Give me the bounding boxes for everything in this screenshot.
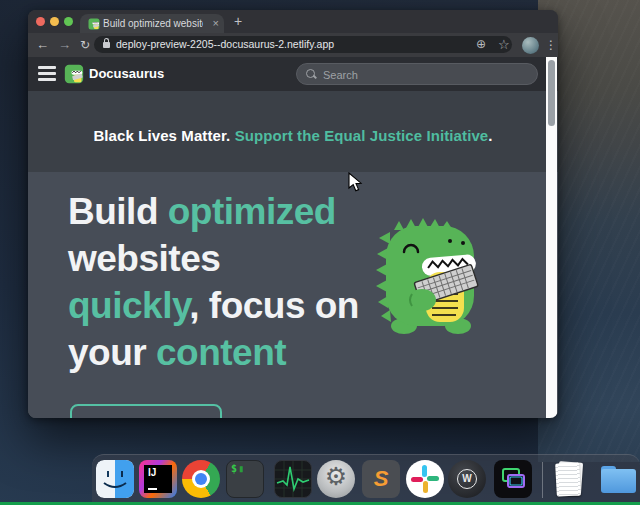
dock-sublime-text-icon[interactable]: S: [362, 460, 400, 498]
browser-window: Build optimized websites quick × + ← → ↻…: [28, 10, 558, 418]
search-box[interactable]: [296, 63, 538, 85]
search-icon: [306, 69, 315, 78]
address-bar[interactable]: deploy-preview-2205--docusaurus-2.netlif…: [94, 36, 512, 53]
reload-icon[interactable]: ↻: [80, 33, 90, 57]
browser-tab[interactable]: Build optimized websites quick ×: [80, 14, 224, 33]
back-icon[interactable]: ←: [36, 33, 49, 57]
close-window-button[interactable]: [36, 17, 45, 26]
site-title[interactable]: Docusaurus: [89, 57, 164, 91]
tab-close-icon[interactable]: ×: [213, 17, 219, 30]
bookmark-star-icon[interactable]: ☆: [498, 36, 510, 53]
search-input[interactable]: [321, 64, 525, 86]
docusaurus-logo[interactable]: [64, 64, 84, 84]
page-scrollbar[interactable]: [546, 57, 557, 418]
new-tab-button[interactable]: +: [234, 13, 242, 29]
profile-avatar[interactable]: [522, 37, 539, 54]
url-text[interactable]: deploy-preview-2205--docusaurus-2.netlif…: [116, 36, 334, 53]
zoom-window-button[interactable]: [64, 17, 73, 26]
dock-workplace-icon[interactable]: W: [448, 460, 486, 498]
dock-system-preferences-icon[interactable]: ⚙: [317, 460, 355, 498]
hamburger-menu-icon[interactable]: [38, 66, 56, 82]
site-navbar: Docusaurus: [28, 57, 558, 91]
announcement-banner: Black Lives Matter. Support the Equal Ju…: [28, 91, 558, 172]
docusaurus-mascot-illustration: [366, 214, 496, 344]
dock-downloads-folder-icon[interactable]: [599, 460, 637, 498]
dock-chrome-icon[interactable]: [182, 460, 220, 498]
dock-slack-icon[interactable]: [406, 460, 444, 498]
dock-intellij-icon[interactable]: IJ: [139, 460, 177, 498]
extension-icon[interactable]: ⊕: [476, 36, 486, 53]
dock-finder-icon[interactable]: [96, 460, 134, 498]
lock-icon: [103, 42, 110, 48]
mouse-cursor: [348, 172, 364, 194]
docusaurus-favicon: [88, 18, 100, 30]
get-started-button[interactable]: [70, 404, 222, 418]
dock-terminal-icon[interactable]: $: [226, 460, 264, 498]
page-content: Docusaurus Black Lives Matter. Support t…: [28, 57, 558, 418]
dock-activity-monitor-icon[interactable]: [274, 460, 312, 498]
dock-documents-stack-icon[interactable]: [551, 460, 589, 498]
browser-toolbar: ← → ↻ deploy-preview-2205--docusaurus-2.…: [28, 33, 558, 57]
tab-title: Build optimized websites quick: [103, 18, 203, 29]
banner-link[interactable]: Support the Equal Justice Initiative: [230, 127, 488, 144]
tab-strip: Build optimized websites quick × +: [28, 10, 558, 33]
browser-menu-icon[interactable]: ⋮: [545, 33, 557, 57]
banner-period: .: [488, 127, 492, 144]
scrollbar-thumb[interactable]: [548, 60, 555, 126]
forward-icon[interactable]: →: [58, 33, 71, 57]
hero-heading: Build optimizedwebsitesquickly, focus on…: [68, 188, 359, 376]
hero-section: Build optimizedwebsitesquickly, focus on…: [28, 172, 558, 418]
dock-screen-sharing-icon[interactable]: [494, 460, 532, 498]
dock-divider: [542, 462, 543, 498]
banner-text: Black Lives Matter.: [93, 127, 230, 144]
macos-dock: IJ $ ⚙ S W: [92, 454, 640, 505]
minimize-window-button[interactable]: [50, 17, 59, 26]
